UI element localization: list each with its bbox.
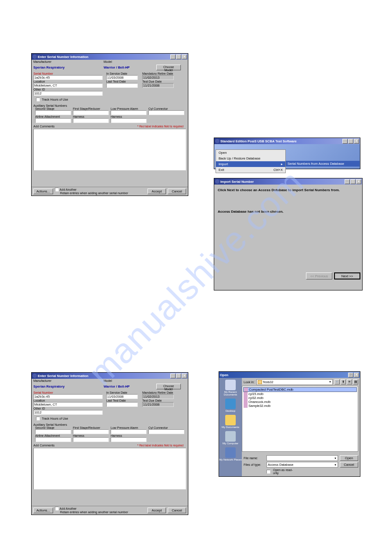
close-button[interactable]: × — [182, 54, 187, 59]
add-another-checkbox[interactable] — [55, 507, 59, 511]
new-folder-button[interactable]: ✳ — [347, 379, 352, 385]
titlebar[interactable]: Open ? × — [219, 372, 360, 378]
actions-button[interactable]: Actions... — [33, 508, 53, 513]
airline-input[interactable] — [35, 437, 71, 442]
database-icon — [244, 404, 248, 408]
cyl-connector-input[interactable] — [148, 110, 184, 115]
up-button[interactable]: ⬆ — [341, 379, 346, 385]
maximize-button[interactable]: □ — [176, 374, 181, 378]
views-button[interactable]: ▤ — [353, 379, 358, 385]
place-desktop[interactable]: Desktop — [225, 399, 236, 412]
minimize-button[interactable]: _ — [345, 179, 350, 184]
menu-item-backup[interactable]: Back Up / Restore Database — [216, 156, 285, 161]
window-icon — [32, 374, 37, 378]
file-item[interactable]: cyl15.mdb — [243, 392, 357, 396]
comments-textarea[interactable] — [33, 448, 186, 490]
airline-input[interactable] — [35, 118, 71, 123]
harness-input-2[interactable] — [111, 118, 147, 123]
second-stage-input[interactable] — [35, 110, 71, 115]
file-list[interactable]: Compacted PosiTestDBC.mdb cyl15.mdb cyl3… — [242, 386, 358, 452]
in-service-input[interactable] — [106, 75, 138, 80]
cancel-button[interactable]: Cancel — [340, 462, 358, 468]
maximize-button[interactable]: □ — [176, 54, 181, 59]
place-mydocs[interactable]: My Documents — [222, 415, 239, 428]
last-test-input[interactable] — [106, 402, 138, 407]
close-button[interactable]: × — [182, 374, 187, 378]
titlebar[interactable]: Enter Serial Number Information _ □ × — [32, 54, 188, 60]
actions-button[interactable]: Actions... — [33, 189, 53, 194]
track-hours-checkbox[interactable] — [36, 417, 40, 421]
serial-number-input[interactable] — [33, 394, 103, 399]
in-service-label: In Service Date — [106, 391, 140, 394]
menu-item-open[interactable]: Open — [216, 150, 285, 156]
import-submenu[interactable]: Serial Numbers from Access Database — [286, 161, 360, 167]
window-icon — [32, 54, 37, 59]
cancel-button[interactable]: Cancel — [168, 189, 186, 194]
minimize-button[interactable]: _ — [170, 374, 176, 378]
lookin-combo[interactable]: Tests32 ▼ — [256, 379, 333, 385]
file-item[interactable]: Sample32.mdb — [243, 404, 357, 408]
cyl-connector-input[interactable] — [148, 429, 184, 434]
serial-number-input[interactable] — [33, 75, 103, 80]
titlebar[interactable]: Enter Serial Number Information _ □ × — [32, 373, 188, 379]
add-another-checkbox[interactable] — [55, 188, 59, 192]
file-item[interactable]: Compacted PosiTestDBC.mdb — [243, 387, 357, 392]
maximize-button[interactable]: □ — [348, 139, 353, 144]
maximize-button[interactable]: □ — [350, 179, 356, 184]
last-test-label: Last Test Date — [106, 399, 140, 402]
location-input[interactable] — [33, 402, 103, 407]
file-item[interactable]: Onancock.mdb — [243, 400, 357, 404]
low-pressure-input[interactable] — [111, 429, 147, 434]
accept-button[interactable]: Accept — [147, 189, 166, 194]
first-stage-input[interactable] — [73, 429, 109, 434]
accept-button[interactable]: Accept — [147, 508, 166, 513]
cancel-button[interactable]: Cancel — [168, 508, 186, 513]
previous-button: << Previous — [306, 272, 332, 279]
window-title: Standard Edition Posi3 USB SCBA Test Sof… — [220, 139, 297, 143]
other-id-input[interactable] — [33, 91, 103, 96]
other-id-input[interactable] — [33, 410, 103, 415]
open-dialog: Open ? × My Recent Documents Desktop My … — [219, 371, 360, 477]
place-mycomp[interactable]: My Computer — [223, 431, 238, 445]
menu-item-import[interactable]: Import▸ — [216, 161, 285, 167]
comments-textarea[interactable] — [33, 129, 186, 170]
help-button[interactable]: ? — [348, 373, 353, 377]
window-title: Import Serial Number — [220, 180, 254, 184]
test-due-label: Test Due Date — [142, 399, 182, 402]
track-hours-checkbox[interactable] — [36, 98, 40, 102]
open-button[interactable]: Open — [340, 455, 358, 461]
import-line2: Access Database has not been chosen. — [218, 210, 359, 214]
choose-model-button[interactable]: Choose Model — [156, 65, 181, 70]
minimize-button[interactable]: _ — [170, 54, 176, 59]
menu-item-exit[interactable]: ExitCtrl+X — [216, 167, 285, 173]
place-recent[interactable]: My Recent Documents — [219, 380, 242, 396]
filename-label: File name: — [244, 457, 265, 460]
close-button[interactable]: × — [354, 373, 359, 377]
close-button[interactable]: × — [354, 139, 359, 144]
filetype-combo[interactable]: Access Database▼ — [266, 462, 338, 468]
filename-combo[interactable]: ▼ — [266, 455, 338, 461]
model-value: Warrior / Bell-HP — [104, 385, 156, 388]
readonly-checkbox[interactable] — [266, 470, 270, 474]
in-service-input[interactable] — [106, 394, 138, 399]
manufacturer-value: Sperian Respiratory — [33, 385, 104, 388]
next-button[interactable]: Next >> — [334, 272, 360, 279]
harness-input-2[interactable] — [111, 437, 147, 442]
place-network[interactable]: My Network Places — [219, 447, 241, 461]
first-stage-input[interactable] — [73, 110, 109, 115]
close-button[interactable]: × — [356, 179, 361, 184]
harness-input-1[interactable] — [73, 118, 109, 123]
low-pressure-input[interactable] — [111, 110, 147, 115]
minimize-button[interactable]: _ — [342, 139, 348, 144]
back-button[interactable]: ← — [334, 379, 340, 385]
manufacturer-label: Manufacturer — [33, 60, 104, 63]
titlebar[interactable]: Standard Edition Posi3 USB SCBA Test Sof… — [214, 138, 360, 144]
harness-input-1[interactable] — [73, 437, 109, 442]
second-stage-input[interactable] — [35, 429, 71, 434]
file-item[interactable]: cyl32.mdb — [243, 396, 357, 400]
last-test-input[interactable] — [106, 83, 138, 88]
choose-model-button[interactable]: Choose Model — [156, 384, 181, 389]
titlebar[interactable]: Import Serial Number _ □ × — [214, 178, 362, 185]
location-input[interactable] — [33, 83, 103, 88]
last-test-label: Last Test Date — [106, 80, 140, 83]
